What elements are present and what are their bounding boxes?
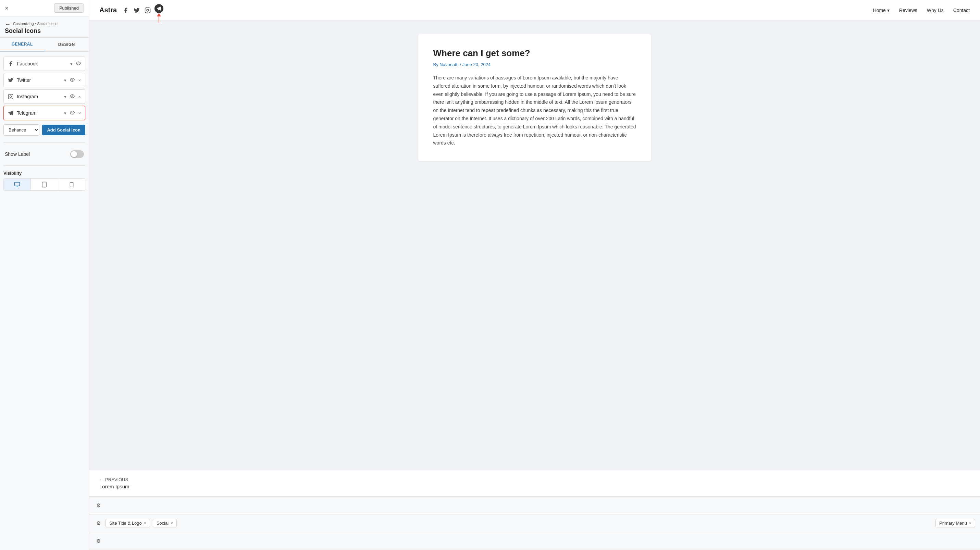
toggle-knob [71, 151, 77, 157]
svg-rect-6 [15, 182, 20, 186]
header-facebook-icon [122, 6, 130, 14]
builder-row-3: ⚙ [89, 532, 980, 550]
add-social-row: Behance LinkedIn YouTube Pinterest Reddi… [3, 124, 85, 136]
facebook-icon [7, 60, 14, 67]
twitter-delete-button[interactable]: × [77, 77, 81, 83]
site-title-logo-tag-close[interactable]: × [144, 521, 146, 526]
show-label-row: Show Label [3, 148, 85, 161]
visibility-label: Visibility [3, 170, 85, 176]
main-preview-area: Astra [89, 0, 980, 550]
visibility-row [3, 178, 85, 191]
tab-design[interactable]: DESIGN [45, 38, 89, 51]
telegram-actions: ▾ × [64, 110, 81, 116]
header-telegram-icon [154, 4, 163, 13]
instagram-expand-button[interactable]: ▾ [64, 94, 67, 100]
social-item-twitter: Twitter ▾ × [3, 73, 85, 87]
social-type-select[interactable]: Behance LinkedIn YouTube Pinterest Reddi… [3, 124, 40, 136]
builder-row-2: ⚙ Site Title & Logo × Social × Primary M… [89, 514, 980, 532]
article-body: There are many variations of passages of… [433, 74, 636, 147]
svg-rect-13 [145, 8, 150, 13]
visibility-mobile[interactable] [58, 179, 85, 191]
breadcrumb-area: ← Customizing • Social Icons Social Icon… [0, 16, 89, 38]
prev-label: ← PREVIOUS [99, 477, 129, 482]
social-tag-close[interactable]: × [170, 521, 173, 526]
telegram-eye-button[interactable] [69, 110, 75, 116]
svg-point-5 [72, 112, 73, 113]
twitter-icon [7, 77, 14, 84]
site-logo: Astra [99, 6, 117, 14]
header-instagram-icon [143, 6, 152, 14]
top-bar: × Published [0, 0, 89, 16]
visibility-tablet[interactable] [31, 179, 58, 191]
builder-row1-gear[interactable]: ⚙ [94, 501, 103, 510]
back-button[interactable]: ← [5, 21, 11, 27]
nav-home[interactable]: Home ▾ [873, 8, 889, 13]
nav-contact[interactable]: Contact [953, 8, 970, 13]
header-social-icons [122, 4, 163, 16]
nav-prev-area: ← PREVIOUS Lorem Ipsum [89, 470, 980, 496]
svg-rect-11 [70, 182, 73, 187]
breadcrumb: Customizing • Social Icons [13, 22, 57, 26]
prev-title: Lorem Ipsum [99, 483, 129, 490]
customizer-panel: × Published ← Customizing • Social Icons… [0, 0, 89, 550]
show-label-toggle[interactable] [70, 150, 84, 158]
article-title: Where can I get some? [433, 48, 636, 59]
facebook-eye-button[interactable] [75, 60, 81, 67]
prev-link: ← PREVIOUS Lorem Ipsum [99, 477, 129, 490]
svg-point-1 [72, 79, 73, 81]
header-twitter-icon [132, 6, 141, 14]
visibility-section: Visibility [3, 170, 85, 191]
social-tag: Social × [153, 519, 177, 528]
add-social-button[interactable]: Add Social Icon [42, 125, 85, 135]
show-label-text: Show Label [5, 151, 30, 157]
social-item-facebook: Facebook ▾ [3, 57, 85, 71]
builder-row2-gear[interactable]: ⚙ [94, 519, 103, 528]
facebook-label: Facebook [17, 61, 67, 67]
nav-menu: Home ▾ Reviews Why Us Contact [873, 8, 970, 13]
site-header: Astra [89, 0, 980, 21]
telegram-label: Telegram [17, 110, 60, 116]
facebook-actions: ▾ [70, 60, 81, 67]
svg-point-4 [72, 95, 73, 97]
instagram-label: Instagram [17, 94, 60, 99]
builder-row-1: ⚙ [89, 497, 980, 514]
telegram-indicator-area [154, 4, 163, 16]
svg-rect-2 [8, 94, 13, 99]
visibility-desktop[interactable] [4, 179, 31, 191]
primary-menu-tag: Primary Menu × [935, 519, 975, 528]
nav-why-us[interactable]: Why Us [927, 8, 944, 13]
published-badge: Published [54, 3, 84, 13]
tab-general[interactable]: GENERAL [0, 38, 45, 51]
article-card: Where can I get some? By Navanath / June… [418, 34, 651, 161]
telegram-delete-button[interactable]: × [77, 110, 81, 116]
twitter-eye-button[interactable] [69, 77, 75, 84]
builder-row3-gear[interactable]: ⚙ [94, 537, 103, 545]
content-area: Where can I get some? By Navanath / June… [89, 21, 980, 470]
twitter-label: Twitter [17, 77, 60, 83]
social-item-instagram: Instagram ▾ × [3, 89, 85, 104]
instagram-delete-button[interactable]: × [77, 94, 81, 100]
instagram-eye-button[interactable] [69, 93, 75, 100]
panel-content: Facebook ▾ Twitter ▾ × [0, 52, 89, 196]
svg-point-0 [78, 63, 79, 64]
close-button[interactable]: × [5, 5, 9, 11]
twitter-actions: ▾ × [64, 77, 81, 84]
facebook-expand-button[interactable]: ▾ [70, 61, 73, 67]
instagram-actions: ▾ × [64, 93, 81, 100]
site-logo-area: Astra [99, 4, 163, 16]
telegram-expand-button[interactable]: ▾ [64, 110, 67, 116]
panel-title: Social Icons [5, 27, 84, 35]
tabs-row: GENERAL DESIGN [0, 38, 89, 52]
divider-2 [3, 165, 85, 166]
primary-menu-tag-close[interactable]: × [969, 521, 971, 526]
twitter-expand-button[interactable]: ▾ [64, 77, 67, 83]
red-up-arrow [157, 14, 161, 16]
social-item-telegram: Telegram ▾ × [3, 106, 85, 120]
telegram-icon [7, 110, 14, 116]
bottom-builder: ⚙ ⚙ Site Title & Logo × Social × Primary… [89, 496, 980, 550]
site-title-logo-tag: Site Title & Logo × [105, 519, 150, 528]
nav-reviews[interactable]: Reviews [899, 8, 917, 13]
instagram-icon [7, 93, 14, 100]
article-meta: By Navanath / June 20, 2024 [433, 62, 636, 67]
